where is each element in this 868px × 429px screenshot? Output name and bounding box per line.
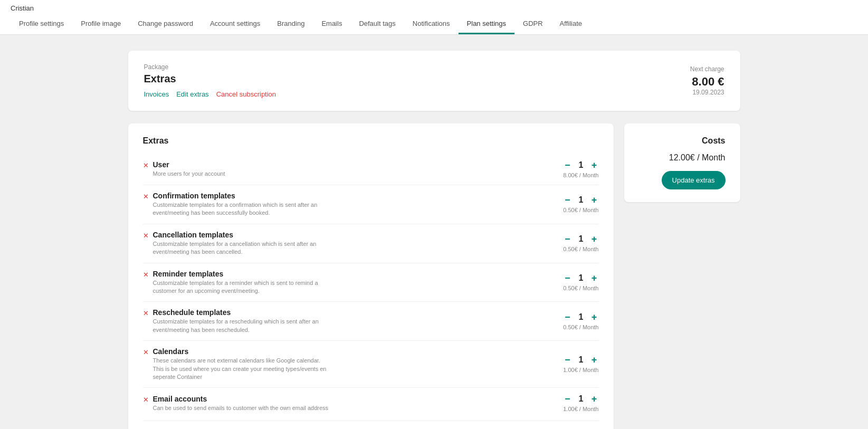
extra-info-reminder-templates: ✕ Reminder templates Customizable templa… xyxy=(143,270,553,295)
extra-desc-cancellation-templates: Customizable templates for a cancellatio… xyxy=(153,240,332,256)
x-icon-reminder-templates: ✕ xyxy=(143,271,149,279)
extra-name-confirmation-templates: Confirmation templates xyxy=(153,192,332,200)
package-info: Package Extras Invoices Edit extras Canc… xyxy=(144,63,276,98)
increment-btn-cancellation-templates[interactable]: + xyxy=(592,234,597,244)
costs-card: Costs 12.00€ / Month Update extras xyxy=(624,123,740,202)
nav-tab-branding[interactable]: Branding xyxy=(269,14,313,34)
extra-price-confirmation-templates: 0.50€ / Month xyxy=(563,207,598,213)
extra-text-reschedule-templates: Reschedule templates Customizable templa… xyxy=(153,308,332,334)
extra-item-reschedule-templates: ✕ Reschedule templates Customizable temp… xyxy=(143,301,599,340)
stepper-value-reminder-templates: 1 xyxy=(577,273,585,283)
extra-item-user: ✕ User More users for your account − 1 +… xyxy=(143,154,599,185)
costs-title: Costs xyxy=(639,136,726,146)
decrement-btn-confirmation-templates[interactable]: − xyxy=(565,195,570,205)
package-label: Package xyxy=(144,63,276,71)
nav-tab-default-tags[interactable]: Default tags xyxy=(350,14,404,34)
next-charge-label: Next charge xyxy=(690,65,724,73)
extra-text-user: User More users for your account xyxy=(153,160,225,178)
extra-item-cancellation-templates: ✕ Cancellation templates Customizable te… xyxy=(143,224,599,263)
nav-tab-change-password[interactable]: Change password xyxy=(129,14,202,34)
decrement-btn-calendars[interactable]: − xyxy=(565,355,570,365)
package-name: Extras xyxy=(144,73,276,85)
nav-tab-plan-settings[interactable]: Plan settings xyxy=(459,14,514,34)
extra-name-email-accounts: Email accounts xyxy=(153,395,329,403)
extra-price-user: 8.00€ / Month xyxy=(563,172,598,178)
stepper-reschedule-templates: − 1 + xyxy=(565,312,597,322)
update-extras-button[interactable]: Update extras xyxy=(662,171,726,189)
extra-text-email-accounts: Email accounts Can be used to send email… xyxy=(153,395,329,412)
extra-price-reminder-templates: 0.50€ / Month xyxy=(563,285,598,291)
extra-item-calendars: ✕ Calendars These calendars are not exte… xyxy=(143,340,599,387)
x-icon-confirmation-templates: ✕ xyxy=(143,193,149,201)
decrement-btn-email-accounts[interactable]: − xyxy=(565,394,570,404)
increment-btn-reminder-templates[interactable]: + xyxy=(592,273,597,283)
stepper-value-reschedule-templates: 1 xyxy=(577,312,585,322)
extra-text-confirmation-templates: Confirmation templates Customizable temp… xyxy=(153,192,332,217)
extra-desc-reschedule-templates: Customizable templates for a reschedulin… xyxy=(153,318,332,334)
stepper-value-user: 1 xyxy=(577,160,585,170)
stepper-value-calendars: 1 xyxy=(577,355,585,365)
nav-tab-notifications[interactable]: Notifications xyxy=(404,14,459,34)
next-charge-amount: 8.00 € xyxy=(690,75,724,89)
extra-controls-reminder-templates: − 1 + 0.50€ / Month xyxy=(563,273,598,291)
extra-desc-reminder-templates: Customizable templates for a reminder wh… xyxy=(153,279,332,295)
nav-tab-profile-image[interactable]: Profile image xyxy=(72,14,129,34)
nav-tab-emails[interactable]: Emails xyxy=(313,14,350,34)
main-content: Package Extras Invoices Edit extras Canc… xyxy=(118,35,751,429)
stepper-user: − 1 + xyxy=(565,160,597,170)
costs-amount: 12.00€ / Month xyxy=(639,153,726,163)
increment-btn-email-accounts[interactable]: + xyxy=(592,394,597,404)
extra-name-calendars: Calendars xyxy=(153,347,332,356)
extras-card: Extras ✕ User More users for your accoun… xyxy=(128,123,614,429)
extra-name-reschedule-templates: Reschedule templates xyxy=(153,308,332,317)
stepper-reminder-templates: − 1 + xyxy=(565,273,597,283)
decrement-btn-cancellation-templates[interactable]: − xyxy=(565,234,570,244)
extra-info-user: ✕ User More users for your account xyxy=(143,160,553,178)
x-icon-email-accounts: ✕ xyxy=(143,396,149,404)
cancel-subscription-link[interactable]: Cancel subscription xyxy=(216,90,276,98)
extra-item-email-accounts: ✕ Email accounts Can be used to send ema… xyxy=(143,387,599,418)
increment-btn-confirmation-templates[interactable]: + xyxy=(592,195,597,205)
extra-price-cancellation-templates: 0.50€ / Month xyxy=(563,246,598,252)
next-charge-date: 19.09.2023 xyxy=(690,89,724,96)
increment-btn-user[interactable]: + xyxy=(592,160,597,170)
package-links: Invoices Edit extras Cancel subscription xyxy=(144,90,276,98)
nav-tab-gdpr[interactable]: GDPR xyxy=(514,14,551,34)
extra-name-reminder-templates: Reminder templates xyxy=(153,270,332,278)
x-icon-reschedule-templates: ✕ xyxy=(143,309,149,317)
extra-info-reschedule-templates: ✕ Reschedule templates Customizable temp… xyxy=(143,308,553,334)
decrement-btn-user[interactable]: − xyxy=(565,160,570,170)
edit-extras-link[interactable]: Edit extras xyxy=(176,90,208,98)
extra-item-confirmation-templates: ✕ Confirmation templates Customizable te… xyxy=(143,185,599,224)
extra-desc-confirmation-templates: Customizable templates for a confirmatio… xyxy=(153,201,332,217)
x-icon-calendars: ✕ xyxy=(143,348,149,356)
extra-controls-calendars: − 1 + 1.00€ / Month xyxy=(563,355,598,373)
bottom-section: Extras ✕ User More users for your accoun… xyxy=(128,123,740,429)
extras-footer: Click on 'Add' to add a new extra Add xyxy=(143,421,599,429)
invoices-link[interactable]: Invoices xyxy=(144,90,169,98)
top-bar: Cristian Profile settingsProfile imageCh… xyxy=(0,0,868,35)
decrement-btn-reschedule-templates[interactable]: − xyxy=(565,312,570,322)
extra-item-reminder-templates: ✕ Reminder templates Customizable templa… xyxy=(143,263,599,302)
extra-controls-reschedule-templates: − 1 + 0.50€ / Month xyxy=(563,312,598,330)
stepper-email-accounts: − 1 + xyxy=(565,394,597,404)
stepper-confirmation-templates: − 1 + xyxy=(565,195,597,205)
extra-controls-email-accounts: − 1 + 1.00€ / Month xyxy=(563,394,598,412)
increment-btn-reschedule-templates[interactable]: + xyxy=(592,312,597,322)
stepper-value-cancellation-templates: 1 xyxy=(577,234,585,244)
stepper-cancellation-templates: − 1 + xyxy=(565,234,597,244)
extra-info-cancellation-templates: ✕ Cancellation templates Customizable te… xyxy=(143,231,553,256)
nav-tab-account-settings[interactable]: Account settings xyxy=(202,14,269,34)
extra-info-email-accounts: ✕ Email accounts Can be used to send ema… xyxy=(143,395,553,412)
nav-tab-profile-settings[interactable]: Profile settings xyxy=(11,14,72,34)
extra-text-calendars: Calendars These calendars are not extern… xyxy=(153,347,332,381)
nav-tab-affiliate[interactable]: Affiliate xyxy=(551,14,590,34)
increment-btn-calendars[interactable]: + xyxy=(592,355,597,365)
x-icon-cancellation-templates: ✕ xyxy=(143,232,149,240)
extra-info-confirmation-templates: ✕ Confirmation templates Customizable te… xyxy=(143,192,553,217)
extra-price-reschedule-templates: 0.50€ / Month xyxy=(563,324,598,330)
extra-info-calendars: ✕ Calendars These calendars are not exte… xyxy=(143,347,553,381)
stepper-value-confirmation-templates: 1 xyxy=(577,195,585,205)
decrement-btn-reminder-templates[interactable]: − xyxy=(565,273,570,283)
extra-controls-cancellation-templates: − 1 + 0.50€ / Month xyxy=(563,234,598,252)
